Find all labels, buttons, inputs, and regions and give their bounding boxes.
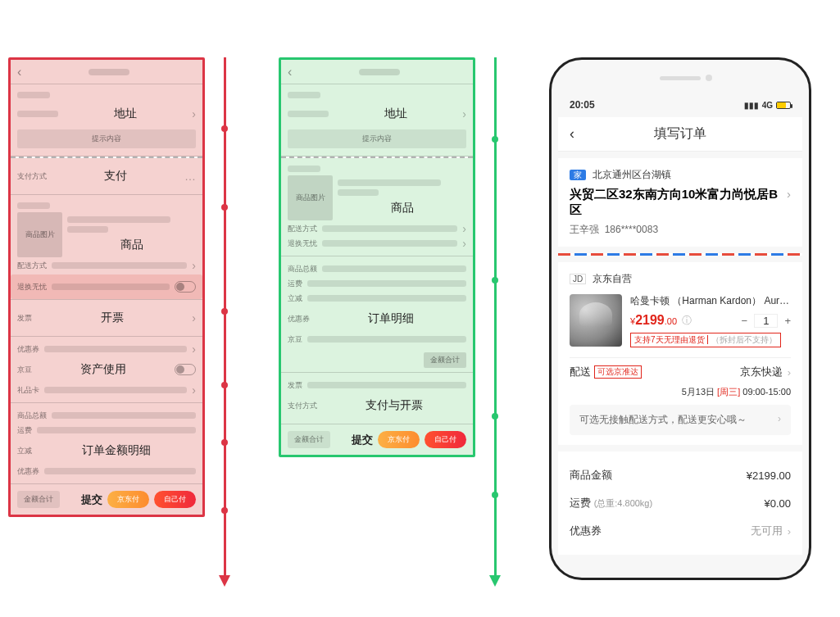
quantity-stepper[interactable]: − 1 +	[742, 314, 791, 328]
summary-card: 商品金额 ¥2199.00 运费 (总重:4.800kg) ¥0.00 优惠券 …	[558, 451, 802, 555]
chevron-right-icon: ›	[788, 366, 791, 379]
section-submit: 提交	[352, 433, 373, 447]
nav-back-button[interactable]: ‹	[570, 125, 586, 143]
product-amount-value: ¥2199.00	[747, 470, 791, 482]
delivery-tag: 可选京准达	[594, 365, 642, 379]
battery-icon	[776, 102, 791, 109]
delivery-row[interactable]: 配送 可选京准达 京东快递 ›	[570, 357, 791, 386]
product-price: ¥2199.00	[630, 313, 677, 328]
contactless-banner[interactable]: 可选无接触配送方式，配送更安心哦～ ›	[570, 405, 791, 435]
status-bar: 20:05 ▮▮▮ 4G	[558, 93, 802, 117]
delivery-express: 京东快递	[740, 365, 783, 379]
pay-via-jd-pill: 京东付	[378, 431, 420, 448]
section-pay-invoice: 支付与开票	[322, 398, 466, 413]
coupon-row[interactable]: 优惠券 无可用 ›	[570, 517, 791, 545]
product-card: JD 京东自营 哈曼卡顿 （Harman Kardon） Aura St... …	[558, 262, 802, 445]
store-name: 京东自营	[593, 273, 632, 284]
section-order-detail: 订单明细	[315, 311, 466, 326]
address-card[interactable]: 家 北京通州区台湖镇 兴贸二区32东南方向10米富力尚悦居B区 › 王辛强 18…	[558, 158, 802, 247]
product-amount-label: 商品金额	[570, 468, 612, 483]
chevron-right-icon: ›	[778, 413, 781, 427]
chevron-right-icon: ›	[787, 187, 791, 218]
wireframe-green: ‹ 地址 › 提示内容 商品图片	[279, 57, 492, 580]
phone-mockup: 20:05 ▮▮▮ 4G ‹ 填写订单 家 北京通州区台湖镇	[549, 57, 811, 580]
coupon-value: 无可用	[751, 524, 783, 538]
address-tag: 家	[570, 170, 586, 180]
back-icon: ‹	[17, 65, 21, 79]
toggle-icon	[175, 281, 196, 293]
shipping-weight: (总重:4.800kg)	[594, 498, 653, 508]
chevron-right-icon: ›	[788, 525, 791, 538]
divider-striped	[558, 253, 802, 256]
status-time: 20:05	[570, 99, 595, 111]
section-address: 地址	[63, 107, 187, 121]
pay-self-pill: 自己付	[154, 491, 196, 508]
network-label: 4G	[762, 101, 773, 110]
return-policy-badge: 支持7天无理由退货（拆封后不支持）	[630, 333, 781, 347]
section-invoice: 开票	[37, 311, 187, 325]
section-submit: 提交	[81, 492, 102, 507]
address-district: 北京通州区台湖镇	[593, 169, 671, 180]
hint-label: 提示内容	[17, 129, 196, 148]
qty-decrease[interactable]: −	[742, 315, 748, 327]
info-icon[interactable]: ⓘ	[682, 314, 692, 328]
shipping-value: ¥0.00	[764, 497, 791, 510]
section-order-amount: 订单金额明细	[37, 443, 196, 458]
section-assets: 资产使用	[37, 362, 170, 377]
pay-via-jd-pill: 京东付	[107, 491, 149, 508]
address-main: 兴贸二区32东南方向10米富力尚悦居B区	[570, 187, 787, 218]
coupon-label: 优惠券	[570, 524, 602, 538]
delivery-schedule: 5月13日 [周三] 09:00-15:00	[682, 386, 791, 398]
product-image[interactable]	[570, 294, 622, 347]
shipping-label: 运费	[570, 497, 591, 509]
toggle-icon	[175, 364, 196, 375]
page-title: 填写订单	[586, 125, 774, 143]
wireframe-red: ‹ 地址 › 提示内容 支付方式 支付 …	[8, 57, 221, 580]
chevron-right-icon: ›	[192, 107, 196, 120]
flow-arrow-green	[494, 57, 497, 580]
jd-badge: JD	[570, 274, 586, 284]
section-product: 商品	[67, 238, 196, 252]
section-address: 地址	[334, 107, 457, 121]
back-icon: ‹	[288, 65, 292, 79]
signal-icon: ▮▮▮	[744, 101, 759, 110]
qty-increase[interactable]: +	[784, 315, 791, 327]
recipient-phone: 186****0083	[605, 224, 658, 235]
section-product: 商品	[338, 201, 466, 215]
flow-arrow-red	[224, 57, 226, 580]
product-name[interactable]: 哈曼卡顿 （Harman Kardon） Aura St...	[630, 294, 791, 308]
section-payment: 支付	[52, 169, 179, 184]
qty-value: 1	[754, 314, 778, 328]
recipient-name: 王辛强	[570, 224, 599, 235]
pay-self-pill: 自己付	[425, 431, 466, 448]
